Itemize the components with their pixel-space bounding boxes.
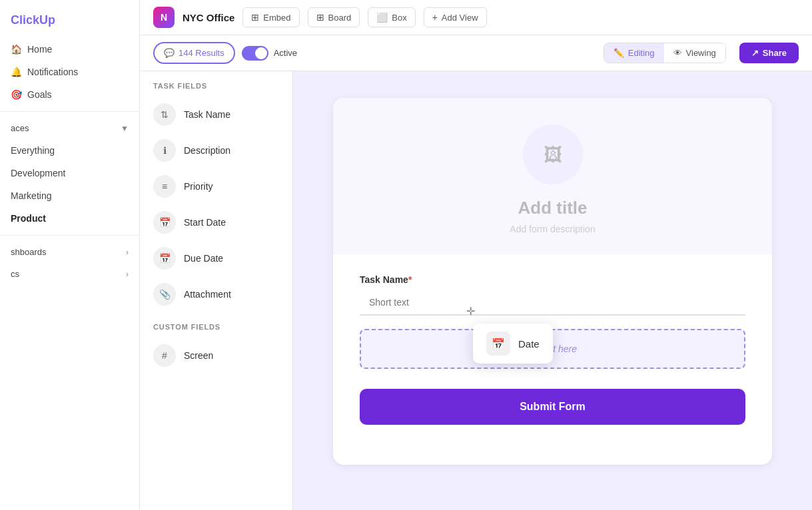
form-cover-placeholder[interactable]: 🖼 bbox=[523, 125, 583, 184]
embed-label: Embed bbox=[263, 13, 290, 23]
field-item-start-date[interactable]: 📅 Start Date bbox=[140, 204, 292, 240]
workspace-initial: N bbox=[161, 12, 167, 23]
screen-icon: # bbox=[153, 344, 176, 367]
form-description[interactable]: Add form description bbox=[510, 224, 595, 234]
due-date-icon: 📅 bbox=[153, 247, 176, 270]
field-item-description[interactable]: ℹ Description bbox=[140, 132, 292, 168]
sidebar-item-label: Marketing bbox=[11, 190, 51, 201]
docs-section[interactable]: cs › bbox=[0, 263, 139, 285]
edit-view-group: ✏️ Editing 👁 Viewing bbox=[604, 43, 726, 63]
top-nav: N NYC Office ⊞ Embed ⊞ Board ⬜ Box + Add… bbox=[140, 0, 812, 35]
active-label: Active bbox=[274, 48, 297, 58]
edit-icon: ✏️ bbox=[613, 48, 624, 58]
field-item-task-name[interactable]: ⇅ Task Name bbox=[140, 97, 292, 132]
sidebar-item-label: Goals bbox=[27, 89, 52, 100]
field-label: Priority bbox=[184, 181, 213, 192]
main-content: N NYC Office ⊞ Embed ⊞ Board ⬜ Box + Add… bbox=[140, 0, 812, 510]
share-button[interactable]: ↗ Share bbox=[739, 43, 799, 63]
sidebar-item-label: Everything bbox=[11, 145, 55, 156]
sidebar-item-everything[interactable]: Everything bbox=[0, 139, 139, 162]
viewing-button[interactable]: 👁 Viewing bbox=[664, 43, 725, 63]
field-label: Screen bbox=[184, 350, 213, 361]
dashboards-section[interactable]: shboards › bbox=[0, 241, 139, 263]
embed-icon: ⊞ bbox=[251, 12, 259, 23]
board-icon: ⊞ bbox=[316, 12, 324, 23]
field-label: Task Name bbox=[184, 109, 230, 120]
chevron-right-icon: › bbox=[126, 248, 129, 257]
add-view-button[interactable]: + Add View bbox=[424, 7, 487, 27]
description-icon: ℹ bbox=[153, 139, 176, 162]
sidebar-item-label: Product bbox=[11, 213, 46, 224]
board-button[interactable]: ⊞ Board bbox=[308, 7, 360, 27]
active-toggle[interactable] bbox=[242, 46, 268, 61]
sidebar-item-goals[interactable]: 🎯 Goals bbox=[0, 83, 139, 106]
results-button[interactable]: 💬 144 Results bbox=[153, 42, 235, 64]
date-field-icon: 📅 bbox=[486, 332, 510, 356]
field-item-priority[interactable]: ≡ Priority bbox=[140, 168, 292, 204]
task-name-icon: ⇅ bbox=[153, 103, 176, 126]
chevron-down-icon: ▼ bbox=[121, 124, 129, 133]
embed-button[interactable]: ⊞ Embed bbox=[242, 7, 299, 27]
field-label: Start Date bbox=[184, 217, 226, 228]
goals-icon: 🎯 bbox=[11, 89, 22, 100]
divider-2 bbox=[0, 235, 139, 236]
submit-label: Submit Form bbox=[520, 401, 586, 412]
move-icon[interactable]: ✛ bbox=[466, 305, 475, 318]
calendar-icon: 📅 bbox=[492, 338, 505, 350]
field-item-attachment[interactable]: 📎 Attachment bbox=[140, 276, 292, 312]
date-tooltip-label: Date bbox=[518, 338, 540, 350]
task-name-label-text: Task Name bbox=[360, 274, 408, 285]
sidebar-item-label: Development bbox=[11, 168, 66, 178]
form-card: 🖼 Add title Add form description Task Na… bbox=[333, 98, 772, 465]
editing-label: Editing bbox=[628, 48, 655, 58]
spaces-section[interactable]: aces ▼ bbox=[0, 117, 139, 139]
sidebar-item-development[interactable]: Development bbox=[0, 162, 139, 184]
body-area: TASK FIELDS ⇅ Task Name ℹ Description ≡ … bbox=[140, 71, 812, 510]
submit-form-button[interactable]: Submit Form bbox=[360, 389, 745, 425]
workspace-name: NYC Office bbox=[183, 12, 234, 23]
toggle-knob bbox=[255, 47, 267, 59]
dashboards-label: shboards bbox=[11, 247, 46, 257]
form-header: 🖼 Add title Add form description bbox=[333, 98, 772, 254]
logo-area: ClickUp bbox=[0, 8, 139, 38]
custom-fields-title: CUSTOM FIELDS bbox=[140, 323, 292, 338]
sidebar-item-product[interactable]: Product bbox=[0, 207, 139, 230]
box-button[interactable]: ⬜ Box bbox=[368, 7, 415, 27]
results-count: 144 Results bbox=[179, 48, 224, 58]
add-view-label: Add View bbox=[442, 13, 478, 23]
fields-panel: TASK FIELDS ⇅ Task Name ℹ Description ≡ … bbox=[140, 71, 293, 510]
divider bbox=[0, 111, 139, 112]
start-date-icon: 📅 bbox=[153, 211, 176, 234]
box-icon: ⬜ bbox=[376, 12, 388, 23]
toolbar: 💬 144 Results Active ✏️ Editing 👁 Viewin… bbox=[140, 35, 812, 71]
sidebar-item-notifications[interactable]: 🔔 Notifications bbox=[0, 61, 139, 83]
required-marker: * bbox=[408, 274, 412, 285]
task-fields-title: TASK FIELDS bbox=[140, 82, 292, 97]
field-label: Attachment bbox=[184, 289, 231, 300]
field-label: Description bbox=[184, 145, 230, 156]
plus-icon: + bbox=[432, 12, 438, 23]
bell-icon: 🔔 bbox=[11, 67, 22, 77]
task-name-input[interactable] bbox=[360, 290, 745, 316]
drag-tooltip: ✛ 📅 Date bbox=[473, 324, 553, 364]
attachment-icon: 📎 bbox=[153, 283, 176, 306]
task-name-field-label: Task Name* bbox=[360, 274, 745, 285]
field-item-due-date[interactable]: 📅 Due Date bbox=[140, 240, 292, 276]
app-logo: ClickUp bbox=[11, 13, 55, 27]
sidebar-item-home[interactable]: 🏠 Home bbox=[0, 38, 139, 61]
sidebar: ClickUp 🏠 Home 🔔 Notifications 🎯 Goals a… bbox=[0, 0, 140, 510]
eye-icon: 👁 bbox=[673, 48, 682, 58]
sidebar-item-marketing[interactable]: Marketing bbox=[0, 184, 139, 207]
field-label: Due Date bbox=[184, 253, 223, 264]
form-title[interactable]: Add title bbox=[518, 198, 588, 218]
sidebar-item-label: Notifications bbox=[27, 67, 78, 77]
box-label: Box bbox=[392, 13, 406, 23]
share-icon: ↗ bbox=[751, 48, 759, 58]
chat-icon: 💬 bbox=[164, 48, 175, 58]
image-icon: 🖼 bbox=[544, 144, 562, 166]
field-item-screen[interactable]: # Screen bbox=[140, 338, 292, 374]
docs-label: cs bbox=[11, 269, 19, 279]
priority-icon: ≡ bbox=[153, 175, 176, 198]
spaces-label: aces bbox=[11, 123, 29, 133]
editing-button[interactable]: ✏️ Editing bbox=[604, 43, 664, 63]
